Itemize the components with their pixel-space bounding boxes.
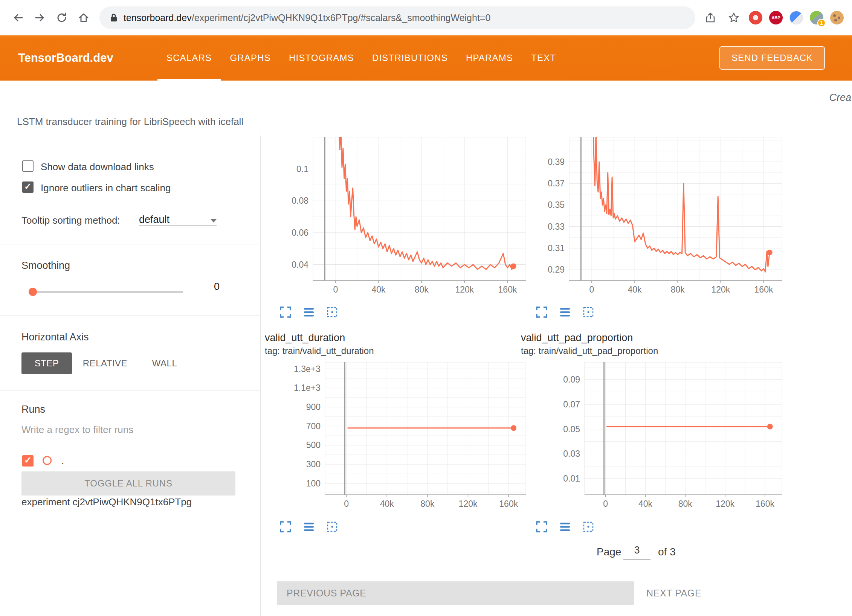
page-label: Page	[597, 546, 621, 558]
chart-plot[interactable]: 0.040.060.080.1040k80k120k160k	[264, 137, 531, 301]
svg-text:0.33: 0.33	[548, 222, 565, 232]
chart-card-clipped-loss-chart: tag: train/valid_…0.040.060.080.1040k80k…	[264, 136, 531, 324]
tab-distributions[interactable]: DISTRIBUTIONS	[363, 35, 457, 81]
svg-text:300: 300	[306, 459, 321, 469]
home-icon[interactable]	[75, 9, 92, 26]
vpn-extension-icon[interactable]	[789, 11, 803, 24]
chart-toolbar	[535, 520, 595, 533]
tab-text[interactable]: TEXT	[522, 35, 565, 81]
tooltip-sorting-select[interactable]: default	[139, 209, 217, 226]
chevron-down-icon	[211, 219, 217, 223]
ignore-outliers-checkbox[interactable]	[22, 181, 34, 193]
svg-text:1.3e+3: 1.3e+3	[294, 364, 321, 374]
divider	[0, 244, 261, 244]
run-checkbox[interactable]	[22, 455, 34, 467]
axis-relative-button[interactable]: RELATIVE	[77, 352, 133, 374]
share-icon[interactable]	[702, 9, 719, 26]
smoothing-value-input[interactable]: 0	[195, 281, 238, 295]
forward-icon[interactable]	[32, 9, 48, 26]
tab-graphs[interactable]: GRAPHS	[221, 35, 280, 81]
chart-title: valid_utt_duration	[265, 332, 345, 344]
chart-plot[interactable]: 0.290.310.330.350.370.39040k80k120k160k	[520, 137, 788, 301]
subheader: Crea LSTM transducer training for LibriS…	[0, 81, 852, 136]
svg-text:0.01: 0.01	[563, 474, 580, 483]
svg-text:0.04: 0.04	[292, 260, 308, 270]
experiment-title: LSTM transducer training for LibriSpeech…	[17, 116, 243, 128]
divider	[0, 316, 261, 316]
svg-text:0.31: 0.31	[548, 243, 565, 253]
svg-text:0.35: 0.35	[548, 200, 565, 210]
runs-menu-icon[interactable]	[559, 520, 571, 533]
screen: tensorboard.dev/experiment/cj2vtPiwQHKN9…	[0, 0, 852, 616]
tab-scalars[interactable]: SCALARS	[157, 35, 221, 81]
runs-menu-icon[interactable]	[302, 520, 315, 533]
url-path: /experiment/cj2vtPiwQHKN9Q1tx6PTpg/#scal…	[192, 12, 491, 23]
smoothing-slider-handle[interactable]	[29, 288, 37, 296]
runs-filter-input[interactable]	[21, 422, 238, 441]
page-number-input[interactable]: 3	[623, 544, 650, 560]
axis-wall-button[interactable]: WALL	[144, 352, 185, 374]
chart-card-valid-utt-pad-proportion-chart: valid_utt_pad_proportiontag: train/valid…	[520, 332, 788, 538]
chart-tag: tag: train/valid_utt_duration	[265, 346, 374, 356]
charts-panel: Page 3 of 3 PREVIOUS PAGE NEXT PAGE tag:…	[261, 136, 852, 616]
fit-domain-icon[interactable]	[582, 520, 595, 533]
lock-icon	[109, 13, 118, 23]
runs-menu-icon[interactable]	[302, 306, 315, 319]
chart-tag-clipped: tag: train/valid_…	[568, 136, 742, 137]
chart-plot[interactable]: 1003005007009001.1e+31.3e+3040k80k120k16…	[264, 357, 531, 519]
page-of-label: of 3	[658, 546, 676, 558]
cookie-extension-icon[interactable]	[830, 11, 844, 24]
address-bar[interactable]: tensorboard.dev/experiment/cj2vtPiwQHKN9…	[99, 6, 695, 29]
tab-histograms[interactable]: HISTOGRAMS	[280, 35, 363, 81]
experiment-id-label: experiment cj2vtPiwQHKN9Q1tx6PTpg	[21, 496, 192, 508]
notification-badge: 1	[817, 19, 826, 27]
reload-icon[interactable]	[53, 9, 70, 26]
axis-step-button[interactable]: STEP	[21, 352, 72, 374]
chart-card-valid-utt-duration-chart: valid_utt_durationtag: train/valid_utt_d…	[264, 332, 531, 538]
tooltip-sorting-label: Tooltip sorting method:	[21, 215, 120, 226]
svg-text:0.1: 0.1	[296, 164, 308, 174]
tab-hparams[interactable]: HPARAMS	[457, 35, 522, 81]
back-icon[interactable]	[10, 9, 26, 26]
smoothing-slider-track[interactable]	[33, 291, 183, 293]
tooltip-sorting-value: default	[139, 214, 169, 226]
expand-chart-icon[interactable]	[535, 306, 548, 319]
chart-tag: tag: train/valid_utt_pad_proportion	[521, 346, 658, 356]
abp-extension-icon[interactable]: ABP	[769, 11, 783, 24]
svg-text:160k: 160k	[498, 285, 517, 294]
svg-text:160k: 160k	[499, 499, 518, 509]
svg-text:80k: 80k	[671, 285, 685, 294]
svg-text:0.08: 0.08	[292, 196, 308, 206]
previous-page-button[interactable]: PREVIOUS PAGE	[277, 581, 634, 605]
profile-avatar[interactable]: 1	[810, 11, 823, 24]
svg-text:0: 0	[603, 499, 608, 509]
fit-domain-icon[interactable]	[326, 520, 339, 533]
send-feedback-button[interactable]: SEND FEEDBACK	[719, 46, 825, 70]
svg-text:80k: 80k	[420, 499, 435, 509]
fit-domain-icon[interactable]	[582, 306, 595, 319]
svg-text:0: 0	[589, 285, 594, 294]
expand-chart-icon[interactable]	[279, 520, 292, 533]
toggle-all-runs-button[interactable]: TOGGLE ALL RUNS	[21, 471, 235, 496]
show-download-links-checkbox[interactable]	[22, 160, 34, 172]
svg-text:160k: 160k	[756, 499, 774, 509]
svg-text:0.09: 0.09	[563, 375, 580, 384]
blocker-extension-icon[interactable]	[749, 11, 762, 24]
bookmark-star-icon[interactable]	[725, 9, 742, 26]
nav-tabs: SCALARSGRAPHSHISTOGRAMSDISTRIBUTIONSHPAR…	[157, 35, 565, 81]
svg-text:40k: 40k	[372, 285, 386, 294]
chart-title: valid_utt_pad_proportion	[521, 332, 633, 344]
settings-sidebar: Show data download links Ignore outliers…	[0, 136, 261, 616]
svg-text:0: 0	[344, 499, 349, 509]
next-page-button[interactable]: NEXT PAGE	[646, 581, 701, 605]
divider	[0, 390, 261, 390]
run-color-swatch[interactable]	[43, 456, 52, 465]
expand-chart-icon[interactable]	[279, 306, 292, 319]
expand-chart-icon[interactable]	[535, 520, 548, 533]
svg-text:80k: 80k	[678, 499, 693, 509]
fit-domain-icon[interactable]	[326, 306, 339, 319]
runs-menu-icon[interactable]	[559, 306, 571, 319]
svg-text:40k: 40k	[628, 285, 642, 294]
chart-plot[interactable]: 0.010.030.050.070.09040k80k120k160k	[520, 357, 788, 519]
chart-toolbar	[535, 306, 595, 319]
